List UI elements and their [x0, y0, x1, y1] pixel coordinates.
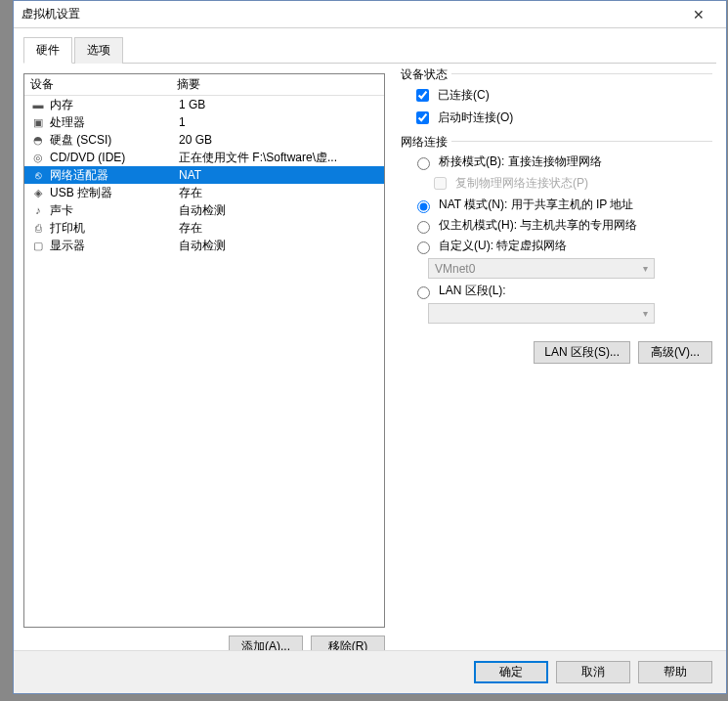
device-name: CD/DVD (IDE): [50, 151, 179, 164]
cancel-button[interactable]: 取消: [556, 661, 630, 683]
label-lanseg: LAN 区段(L):: [439, 283, 506, 299]
dialog-title: 虚拟机设置: [21, 6, 679, 22]
checkbox-replicate: [434, 177, 447, 190]
label-custom: 自定义(U): 特定虚拟网络: [439, 238, 567, 254]
label-bridged: 桥接模式(B): 直接连接物理网络: [439, 153, 602, 170]
device-name: 打印机: [50, 220, 179, 237]
device-row[interactable]: ◓硬盘 (SCSI)20 GB: [24, 131, 384, 149]
radio-lanseg[interactable]: [417, 286, 430, 299]
device-row[interactable]: ⎙打印机存在: [24, 219, 384, 237]
group-network-connection: 网络连接 桥接模式(B): 直接连接物理网络 复制物理网络连接状态(P) NAT…: [401, 141, 712, 364]
tab-hardware[interactable]: 硬件: [23, 37, 72, 64]
device-icon: ◎: [30, 150, 46, 165]
device-summary: 1 GB: [179, 98, 378, 111]
device-name: 声卡: [50, 202, 179, 219]
device-name: 硬盘 (SCSI): [50, 132, 179, 149]
device-summary: 正在使用文件 F:\Software\虚...: [179, 150, 378, 166]
device-name: 处理器: [50, 114, 179, 131]
checkbox-connected[interactable]: [416, 89, 429, 102]
device-name: 内存: [50, 97, 179, 113]
combo-vmnet: VMnet0 ▾: [428, 258, 655, 279]
group-title-netconn: 网络连接: [401, 134, 451, 151]
device-name: 显示器: [50, 238, 179, 254]
help-button[interactable]: 帮助: [638, 661, 712, 683]
chevron-down-icon: ▾: [643, 308, 648, 319]
right-panel: 设备状态 已连接(C) 启动时连接(O) 网络连接 桥接模式(B): 直接连接物…: [397, 73, 716, 658]
advanced-button[interactable]: 高级(V)...: [638, 341, 712, 364]
radio-hostonly[interactable]: [417, 221, 430, 234]
ok-button[interactable]: 确定: [474, 661, 548, 683]
device-summary: 20 GB: [179, 133, 378, 147]
device-list[interactable]: 设备 摘要 ▬内存1 GB▣处理器1◓硬盘 (SCSI)20 GB◎CD/DVD…: [23, 73, 385, 628]
device-icon: ⎋: [30, 167, 46, 183]
device-icon: ▢: [30, 238, 46, 253]
dialog-footer: 确定 取消 帮助: [14, 650, 726, 693]
label-hostonly: 仅主机模式(H): 与主机共享的专用网络: [439, 217, 637, 234]
tab-strip: 硬件 选项: [23, 36, 716, 64]
device-summary: 存在: [179, 185, 378, 201]
radio-bridged[interactable]: [417, 157, 430, 170]
device-summary: 1: [179, 115, 378, 129]
group-title-status: 设备状态: [401, 66, 451, 83]
vm-settings-dialog: 虚拟机设置 ✕ 硬件 选项 设备 摘要 ▬内存1 GB▣处理器1◓硬盘 (SCS…: [13, 0, 727, 694]
device-icon: ◈: [30, 185, 46, 200]
device-row[interactable]: ◎CD/DVD (IDE)正在使用文件 F:\Software\虚...: [24, 149, 384, 166]
titlebar: 虚拟机设置 ✕: [14, 1, 726, 28]
device-row[interactable]: ♪声卡自动检测: [24, 201, 384, 219]
lan-segments-button[interactable]: LAN 区段(S)...: [534, 341, 630, 364]
device-row[interactable]: ◈USB 控制器存在: [24, 184, 384, 201]
label-nat: NAT 模式(N): 用于共享主机的 IP 地址: [439, 197, 633, 213]
chevron-down-icon: ▾: [643, 263, 648, 274]
content-area: 设备 摘要 ▬内存1 GB▣处理器1◓硬盘 (SCSI)20 GB◎CD/DVD…: [14, 64, 726, 668]
radio-nat[interactable]: [417, 200, 430, 213]
list-header: 设备 摘要: [24, 74, 384, 96]
device-icon: ◓: [30, 132, 46, 148]
tab-options[interactable]: 选项: [74, 37, 123, 64]
device-row[interactable]: ▬内存1 GB: [24, 96, 384, 113]
device-summary: 存在: [179, 220, 378, 237]
device-icon: ▣: [30, 114, 46, 130]
device-summary: 自动检测: [179, 238, 378, 254]
close-button[interactable]: ✕: [679, 1, 718, 27]
col-device: 设备: [30, 76, 177, 93]
device-row[interactable]: ⎋网络适配器NAT: [24, 166, 384, 184]
checkbox-connect-on-start[interactable]: [416, 111, 429, 124]
col-summary: 摘要: [177, 76, 378, 93]
device-icon: ⎙: [30, 220, 46, 236]
advanced-buttons: LAN 区段(S)... 高级(V)...: [401, 341, 712, 364]
device-icon: ▬: [30, 97, 46, 112]
left-panel: 设备 摘要 ▬内存1 GB▣处理器1◓硬盘 (SCSI)20 GB◎CD/DVD…: [23, 73, 385, 658]
label-connected: 已连接(C): [438, 87, 490, 104]
device-icon: ♪: [30, 202, 46, 218]
combo-lanseg: ▾: [428, 303, 655, 324]
radio-custom[interactable]: [417, 241, 430, 254]
label-connect-on-start: 启动时连接(O): [438, 110, 513, 126]
device-name: USB 控制器: [50, 185, 179, 201]
device-summary: 自动检测: [179, 202, 378, 219]
device-row[interactable]: ▣处理器1: [24, 113, 384, 131]
group-device-status: 设备状态 已连接(C) 启动时连接(O): [401, 73, 712, 127]
device-name: 网络适配器: [50, 167, 179, 184]
device-row[interactable]: ▢显示器自动检测: [24, 237, 384, 254]
combo-vmnet-value: VMnet0: [435, 262, 475, 276]
device-summary: NAT: [179, 168, 378, 182]
label-replicate: 复制物理网络连接状态(P): [455, 175, 588, 192]
